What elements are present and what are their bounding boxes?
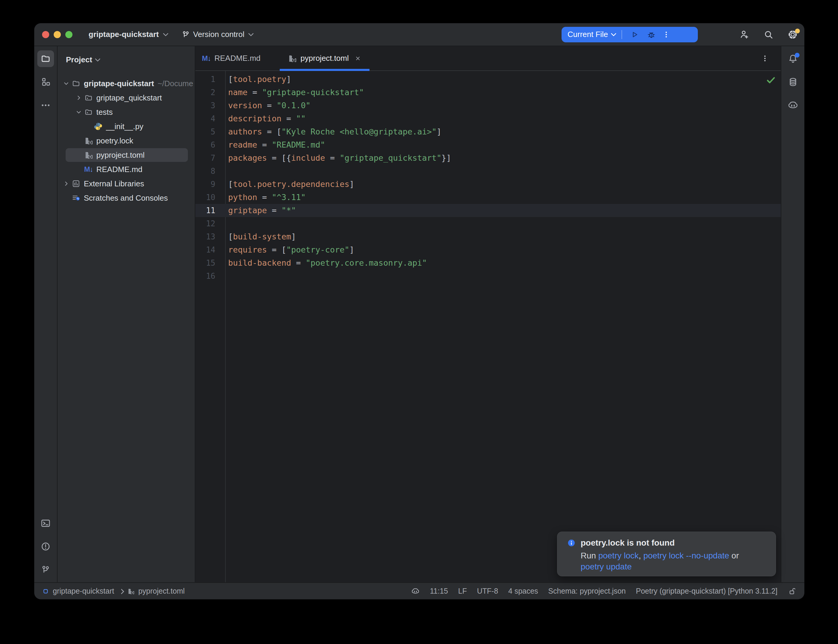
chevron-right-icon[interactable] <box>61 180 71 187</box>
code-line-7[interactable]: 7packages = [{include = "griptape_quicks… <box>196 151 781 164</box>
vcs-selector[interactable]: Version control <box>181 30 253 39</box>
line-number[interactable]: 14 <box>196 243 225 256</box>
line-number[interactable]: 4 <box>196 112 225 125</box>
sidebar-item-database[interactable] <box>785 74 801 90</box>
close-window-button[interactable] <box>42 31 49 38</box>
tree-item-tests[interactable]: tests <box>58 105 195 119</box>
code-line-8[interactable]: 8 <box>196 164 781 178</box>
markdown-icon: M↓ <box>83 166 94 173</box>
line-number[interactable]: 1 <box>196 73 225 86</box>
code-line-10[interactable]: 10python = "^3.11" <box>196 191 781 204</box>
code-line-4[interactable]: 4description = "" <box>196 112 781 125</box>
line-number[interactable]: 5 <box>196 125 225 138</box>
project-selector[interactable]: griptape-quickstart <box>89 30 168 39</box>
tab-options-button[interactable] <box>757 54 772 63</box>
editor-body[interactable]: 1[tool.poetry]2name = "griptape-quicksta… <box>196 71 781 582</box>
chevron-down-icon[interactable] <box>61 80 71 87</box>
right-tool-stripe <box>781 46 804 582</box>
code-text: readme = "README.md" <box>225 138 325 151</box>
code-line-5[interactable]: 5authors = ["Kyle Roche <hello@griptape.… <box>196 125 781 138</box>
settings-button[interactable] <box>787 27 799 42</box>
sidebar-item-project[interactable] <box>37 50 54 67</box>
line-number[interactable]: 3 <box>196 99 225 112</box>
debug-button[interactable] <box>643 27 660 42</box>
lock-open-icon[interactable] <box>788 587 797 596</box>
line-number[interactable]: 13 <box>196 230 225 243</box>
tree-item-griptape-quickstart[interactable]: griptape-quickstart~/Docume <box>58 76 195 90</box>
code-line-14[interactable]: 14requires = ["poetry-core"] <box>196 243 781 256</box>
code-line-11[interactable]: 11griptape = "*" <box>196 204 781 217</box>
play-icon <box>630 30 639 39</box>
tab-readme-md[interactable]: M↓README.md <box>196 46 267 71</box>
line-number[interactable]: 11 <box>196 204 225 217</box>
tree-item--init-py[interactable]: __init__.py <box>58 119 195 133</box>
status-encoding[interactable]: UTF-8 <box>477 587 498 595</box>
run-more-button[interactable] <box>660 27 673 42</box>
copilot-status-icon[interactable] <box>411 587 420 596</box>
status-line-ending[interactable]: LF <box>458 587 467 595</box>
tree-item-griptape-quickstart[interactable]: griptape_quickstart <box>58 90 195 105</box>
copilot-icon <box>787 100 799 111</box>
status-time[interactable]: 11:15 <box>430 587 448 595</box>
status-indent[interactable]: 4 spaces <box>508 587 538 595</box>
sidebar-item-terminal[interactable] <box>37 515 54 532</box>
code-line-1[interactable]: 1[tool.poetry] <box>196 73 781 86</box>
sidebar-item-notifications[interactable] <box>785 50 801 67</box>
code-with-me-button[interactable] <box>738 27 750 42</box>
chevron-down-icon <box>611 31 616 36</box>
code-line-9[interactable]: 9[tool.poetry.dependencies] <box>196 178 781 191</box>
line-number[interactable]: 8 <box>196 164 225 178</box>
code-line-16[interactable]: 16 <box>196 269 781 283</box>
code-line-2[interactable]: 2name = "griptape-quickstart" <box>196 86 781 99</box>
run-configuration-widget[interactable]: Current File <box>562 27 698 42</box>
settings-update-badge <box>795 29 800 33</box>
sidebar-item-problems[interactable] <box>37 538 54 555</box>
breadcrumb-project[interactable]: griptape-quickstart <box>53 587 114 595</box>
sidebar-item-more[interactable] <box>37 97 54 113</box>
notification-link[interactable]: poetry update <box>581 562 632 571</box>
git-branch-icon <box>181 30 190 39</box>
line-number[interactable]: 6 <box>196 138 225 151</box>
inspections-ok-icon[interactable] <box>766 77 776 84</box>
line-number[interactable]: 9 <box>196 178 225 191</box>
chevron-down-icon[interactable] <box>73 108 83 116</box>
line-number[interactable]: 2 <box>196 86 225 99</box>
tab-label: README.md <box>214 54 261 63</box>
code-line-6[interactable]: 6readme = "README.md" <box>196 138 781 151</box>
tree-item-external-libraries[interactable]: External Libraries <box>58 176 195 191</box>
tree-item-pyproject-toml[interactable]: pyproject.toml <box>58 148 195 162</box>
close-icon[interactable] <box>354 54 362 62</box>
status-schema[interactable]: Schema: pyproject.json <box>548 587 626 595</box>
project-panel-header[interactable]: Project <box>58 53 195 66</box>
maximize-window-button[interactable] <box>65 31 72 38</box>
line-number[interactable]: 16 <box>196 269 225 283</box>
search-everywhere-button[interactable] <box>762 27 774 42</box>
tab-pyproject-toml[interactable]: pyproject.toml <box>280 46 370 71</box>
code-line-12[interactable]: 12 <box>196 217 781 230</box>
code-line-3[interactable]: 3version = "0.1.0" <box>196 99 781 112</box>
tree-item-poetry-lock[interactable]: poetry.lock <box>58 133 195 148</box>
line-number[interactable]: 7 <box>196 151 225 164</box>
line-number[interactable]: 10 <box>196 191 225 204</box>
code-line-15[interactable]: 15build-backend = "poetry.core.masonry.a… <box>196 256 781 269</box>
status-widgets: 11:15 LF UTF-8 4 spaces Schema: pyprojec… <box>411 587 797 596</box>
status-interpreter[interactable]: Poetry (griptape-quickstart) [Python 3.1… <box>636 587 777 595</box>
code-text: authors = ["Kyle Roche <hello@griptape.a… <box>225 125 441 138</box>
notification-link[interactable]: poetry lock --no-update <box>643 551 729 560</box>
sidebar-item-ai-assistant[interactable] <box>785 97 801 113</box>
line-number[interactable]: 15 <box>196 256 225 269</box>
breadcrumb-file[interactable]: pyproject.toml <box>138 587 185 595</box>
tree-item-label: griptape-quickstart <box>84 79 154 88</box>
notification-link[interactable]: poetry lock <box>598 551 639 560</box>
chevron-right-icon[interactable] <box>73 94 83 102</box>
vcs-selector-label: Version control <box>193 30 245 39</box>
run-button[interactable] <box>626 27 643 42</box>
line-number[interactable]: 12 <box>196 217 225 230</box>
tree-item-readme-md[interactable]: M↓README.md <box>58 162 195 176</box>
sidebar-item-structure[interactable] <box>37 74 54 90</box>
code-line-13[interactable]: 13[build-system] <box>196 230 781 243</box>
editor-tabs: M↓README.mdpyproject.toml <box>196 46 370 71</box>
tree-item-scratches-and-consoles[interactable]: Scratches and Consoles <box>58 191 195 205</box>
minimize-window-button[interactable] <box>54 31 61 38</box>
sidebar-item-version-control[interactable] <box>37 562 54 578</box>
